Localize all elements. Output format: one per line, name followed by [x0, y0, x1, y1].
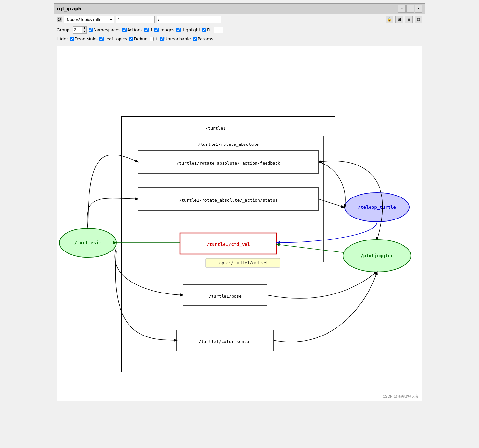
title-text: rqt_graph [57, 6, 82, 11]
maximize-button[interactable]: □ [406, 5, 414, 13]
cmd-vel-tooltip-text: topic:/turtle1/cmd_vel [217, 261, 268, 265]
toolbar-row1: ↻ Nodes only Nodes/Topics (all) Nodes/To… [54, 14, 425, 25]
hide-label: Hide: [57, 37, 68, 41]
toolbar-row3: Hide: Dead sinks Leaf topics Debug tf Un… [54, 35, 425, 43]
debug-checkbox[interactable] [129, 37, 133, 41]
fit-checkbox[interactable] [202, 28, 206, 32]
cmd-vel-label: /turtle1/cmd_vel [206, 242, 250, 247]
titlebar: rqt_graph − □ × [54, 4, 425, 14]
status-label: /turtle1/rotate_absolute/_action/status [179, 198, 277, 203]
leaf-topics-checkbox[interactable] [99, 37, 104, 41]
unreachable-checkbox[interactable] [160, 37, 164, 41]
group-down-arrow[interactable]: ▼ [82, 30, 86, 33]
debug-checkbox-label[interactable]: Debug [129, 37, 148, 41]
filter2-input[interactable] [157, 16, 221, 23]
tf2-checkbox-label[interactable]: tf [150, 37, 158, 41]
images-checkbox-label[interactable]: Images [154, 27, 175, 32]
tf-checkbox[interactable] [144, 28, 149, 32]
turtle1-label: /turtle1 [205, 126, 225, 131]
window-controls: − □ × [398, 5, 422, 13]
images-checkbox[interactable] [154, 28, 159, 32]
feedback-label: /turtle1/rotate_absolute/_action/feedbac… [176, 161, 280, 165]
group-value[interactable]: 2 [73, 27, 82, 33]
graph-area[interactable]: /turtle1 /turtle1/rotate_absolute /turtl… [57, 46, 422, 401]
leaf-topics-checkbox-label[interactable]: Leaf topics [99, 37, 127, 41]
toolbar-row3-content: Hide: Dead sinks Leaf topics Debug tf Un… [57, 37, 422, 41]
color-picker[interactable] [214, 27, 223, 33]
refresh-icon[interactable]: ↻ [57, 17, 62, 22]
pose-label: /turtle1/pose [209, 294, 242, 299]
group-spinner[interactable]: 2 ▲ ▼ [73, 26, 87, 34]
dead-sinks-checkbox-label[interactable]: Dead sinks [70, 37, 98, 41]
namespaces-checkbox-label[interactable]: Namespaces [89, 27, 120, 32]
zoom-fit-icon[interactable]: ⊞ [395, 16, 403, 23]
toolbar-row2: Group: 2 ▲ ▼ Namespaces Actions tf [54, 25, 425, 35]
fit-checkbox-label[interactable]: Fit [202, 27, 212, 32]
dead-sinks-checkbox[interactable] [70, 37, 74, 41]
group-spin-arrows: ▲ ▼ [82, 27, 86, 33]
highlight-checkbox[interactable] [176, 28, 181, 32]
tf2-checkbox[interactable] [150, 37, 154, 41]
actions-checkbox-label[interactable]: Actions [122, 27, 143, 32]
params-checkbox[interactable] [193, 37, 197, 41]
watermark: CSDN @斯丢彼得大帝 [383, 394, 419, 399]
view-mode-select[interactable]: Nodes only Nodes/Topics (all) Nodes/Topi… [64, 16, 114, 23]
params-checkbox-label[interactable]: Params [193, 37, 213, 41]
unreachable-checkbox-label[interactable]: Unreachable [160, 37, 191, 41]
highlight-checkbox-label[interactable]: Highlight [176, 27, 200, 32]
tf-checkbox-label[interactable]: tf [144, 27, 152, 32]
zoom-icon[interactable]: ⊟ [405, 16, 413, 23]
plotjuggler-label: /plotjuggler [360, 253, 393, 258]
close-button[interactable]: × [415, 5, 422, 13]
toolbar-row2-content: Group: 2 ▲ ▼ Namespaces Actions tf [57, 26, 422, 34]
snapshot-icon[interactable]: □ [415, 16, 422, 23]
actions-checkbox[interactable] [122, 28, 127, 32]
group-label: Group: [57, 27, 71, 32]
toolbar-row1-content: ↻ Nodes only Nodes/Topics (all) Nodes/To… [57, 16, 422, 23]
minimize-button[interactable]: − [398, 5, 406, 13]
lock-icon[interactable]: 🔒 [386, 16, 393, 23]
main-window: rqt_graph − □ × ↻ Nodes only Nodes/Topic… [54, 3, 425, 404]
color-sensor-label: /turtle1/color_sensor [198, 339, 252, 344]
namespaces-checkbox[interactable] [89, 28, 93, 32]
teleop-label: /teleop_turtle [358, 205, 396, 210]
turtlesim-label: /turtlesim [74, 240, 101, 245]
graph-svg: /turtle1 /turtle1/rotate_absolute /turtl… [57, 46, 422, 401]
filter1-input[interactable] [116, 16, 155, 23]
group-up-arrow[interactable]: ▲ [82, 27, 86, 30]
rotate-absolute-label: /turtle1/rotate_absolute [198, 142, 259, 147]
